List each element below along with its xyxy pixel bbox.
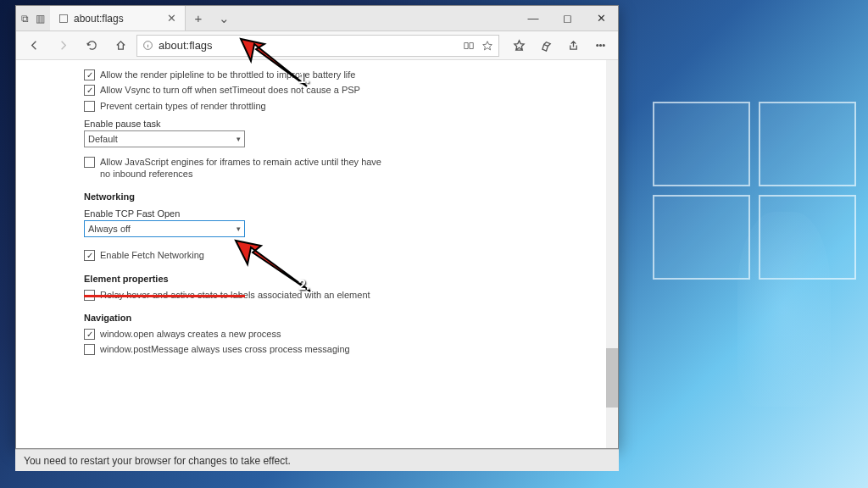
home-button[interactable] [108, 34, 133, 58]
label-throttling: Prevent certain types of render throttli… [100, 100, 389, 112]
url-text: about:flags [159, 39, 213, 52]
set-aside-icon[interactable]: ▥ [36, 13, 45, 25]
svg-point-2 [596, 45, 598, 47]
wallpaper-logo-bl [653, 195, 750, 280]
address-bar[interactable]: about:flags [136, 35, 499, 57]
checkbox-throttling[interactable] [84, 101, 95, 112]
svg-rect-0 [60, 14, 68, 22]
favorite-icon[interactable] [481, 40, 493, 52]
checkbox-render-pipeline[interactable] [84, 69, 95, 80]
tab-preview-icon[interactable]: ⧉ [21, 13, 29, 25]
svg-point-3 [599, 45, 601, 47]
select-pause-task[interactable]: Default▾ [84, 130, 245, 147]
tab-actions-left: ⧉ ▥ [16, 6, 50, 30]
select-tcp-fast-open-value: Always off [88, 224, 131, 234]
label-tcp-fast-open: Enable TCP Fast Open [84, 208, 618, 219]
annotation-badge-2: 2. [298, 278, 309, 293]
share-icon[interactable] [560, 34, 586, 58]
refresh-button[interactable] [79, 34, 104, 58]
status-text: You need to restart your browser for cha… [24, 455, 291, 467]
section-navigation: Navigation [84, 313, 618, 323]
wallpaper-logo-tr [759, 102, 856, 186]
status-bar: You need to restart your browser for cha… [15, 449, 619, 471]
wallpaper-figure [737, 212, 831, 407]
back-button[interactable] [21, 34, 47, 58]
wallpaper-logo-tl [653, 102, 750, 186]
reading-view-icon[interactable] [463, 40, 475, 52]
close-window-button[interactable]: ✕ [584, 6, 618, 30]
page-content: Allow the render pipleline to be throttl… [16, 60, 618, 448]
section-networking: Networking [84, 191, 618, 202]
chevron-down-icon: ▾ [236, 225, 241, 233]
tab-strip: ⧉ ▥ about:flags ✕ + ⌄ — ◻ ✕ [16, 6, 618, 31]
toolbar: about:flags [16, 31, 618, 60]
new-tab-button[interactable]: + [186, 6, 211, 30]
checkbox-post-message[interactable] [84, 344, 95, 355]
tab-close-icon[interactable]: ✕ [167, 12, 176, 25]
annotation-underline [84, 295, 245, 297]
label-window-open: window.open always creates a new process [100, 328, 389, 340]
checkbox-window-open[interactable] [84, 329, 95, 340]
label-js-iframes: Allow JavaScript engines for iframes to … [100, 156, 389, 180]
label-fetch: Enable Fetch Networking [100, 249, 389, 261]
notes-icon[interactable] [533, 34, 559, 58]
maximize-button[interactable]: ◻ [550, 6, 584, 30]
select-tcp-fast-open[interactable]: Always off▾ [84, 220, 245, 237]
section-element-properties: Element properties [84, 274, 618, 284]
browser-window: ⧉ ▥ about:flags ✕ + ⌄ — ◻ ✕ about:flags [15, 5, 619, 449]
chevron-down-icon: ▾ [236, 135, 241, 143]
forward-button[interactable] [50, 34, 75, 58]
label-post-message: window.postMessage always uses cross pro… [100, 343, 389, 355]
scrollbar[interactable] [606, 60, 618, 448]
window-controls: — ◻ ✕ [516, 6, 618, 30]
info-icon [142, 40, 153, 51]
favorites-list-icon[interactable] [506, 34, 531, 58]
select-pause-task-value: Default [88, 134, 118, 144]
checkbox-vsync[interactable] [84, 85, 95, 96]
label-pause-task: Enable pause task [84, 119, 618, 129]
browser-tab[interactable]: about:flags ✕ [50, 6, 186, 30]
tab-menu-button[interactable]: ⌄ [211, 6, 236, 30]
annotation-badge-1: 1. [298, 71, 309, 86]
label-vsync: Allow Vsync to turn off when setTimeout … [100, 84, 389, 96]
page-icon [58, 14, 69, 24]
tab-title: about:flags [74, 13, 124, 25]
svg-point-4 [603, 45, 604, 47]
label-render-pipeline: Allow the render pipleline to be throttl… [100, 69, 389, 80]
more-icon[interactable] [587, 34, 613, 58]
minimize-button[interactable]: — [516, 6, 550, 30]
checkbox-js-iframes[interactable] [84, 157, 95, 168]
scrollbar-thumb[interactable] [606, 348, 618, 408]
checkbox-fetch[interactable] [84, 250, 95, 261]
